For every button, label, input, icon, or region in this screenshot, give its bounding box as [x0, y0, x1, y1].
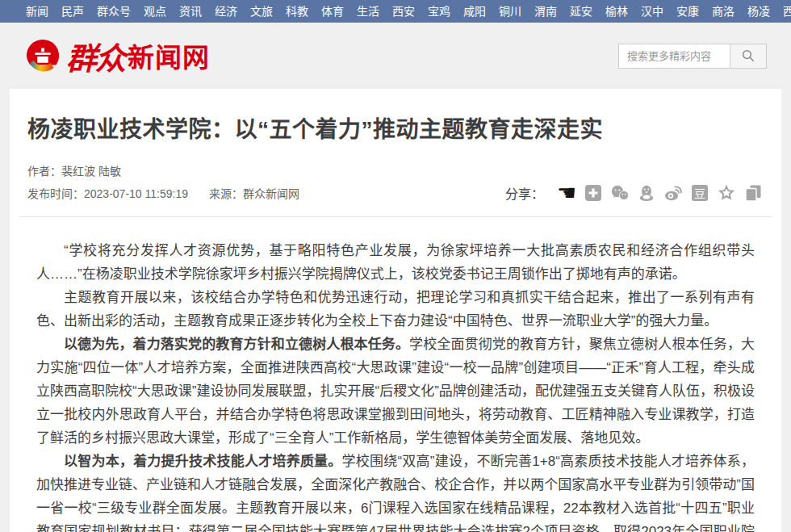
publish-line: 发布时间：2023-07-10 11:59:19来源：群众新闻网 [27, 182, 299, 205]
search-input[interactable] [618, 44, 730, 69]
search-icon [741, 48, 755, 63]
nav-item[interactable]: 宝鸡 [421, 0, 457, 23]
author-label: 作者： [27, 165, 61, 178]
article-paragraph: 以德为先，着力落实党的教育方针和立德树人根本任务。学校全面贯彻党的教育方针，聚焦… [36, 333, 755, 450]
wechat-icon[interactable] [609, 182, 630, 203]
nav-item[interactable]: 生活 [350, 0, 386, 23]
weibo-icon[interactable] [663, 182, 684, 203]
douban-icon[interactable]: 豆 [689, 182, 710, 203]
nav-item[interactable]: 安康 [670, 0, 705, 23]
author-line: 作者：裴红波 陆敏 [27, 160, 299, 182]
nav-item[interactable]: 咸阳 [457, 0, 492, 23]
article-title: 杨凌职业技术学院：以“五个着力”推动主题教育走深走实 [27, 111, 764, 144]
article-card: 杨凌职业技术学院：以“五个着力”推动主题教育走深走实 作者：裴红波 陆敏 发布时… [10, 89, 781, 532]
search-box [618, 44, 767, 69]
article-paragraph: 以智为本，着力提升技术技能人才培养质量。学校围绕“双高”建设，不断完善1+8“高… [36, 450, 755, 532]
nav-item[interactable]: 科教 [279, 0, 315, 23]
hand-click-icon[interactable]: ☚ [556, 182, 577, 203]
nav-item[interactable]: 文旅 [244, 0, 279, 23]
search-button[interactable] [730, 44, 767, 69]
article-body: “学校将充分发挥人才资源优势，基于略阳特色产业发展，为徐家坪培养一大批高素质农民… [19, 217, 772, 532]
publish-time: 2023-07-10 11:59:19 [84, 187, 188, 200]
nav-item[interactable]: 西安 [386, 0, 421, 23]
nav-item[interactable]: 铜川 [492, 0, 528, 23]
nav-item[interactable]: 民声 [55, 0, 90, 23]
nav-item[interactable]: 新闻 [19, 0, 55, 23]
author-names: 裴红波 陆敏 [61, 165, 121, 178]
nav-item[interactable]: 体育 [315, 0, 350, 23]
article-paragraph: “学校将充分发挥人才资源优势，基于略阳特色产业发展，为徐家坪培养一大批高素质农民… [36, 239, 755, 286]
qq-icon[interactable] [636, 182, 657, 203]
nav-item[interactable]: 群众号 [90, 0, 137, 23]
source-name: 群众新闻网 [243, 187, 299, 200]
site-logo[interactable]: 群众 新闻网 [24, 34, 210, 78]
site-header: 群众 新闻网 [0, 23, 791, 89]
svg-text:豆: 豆 [694, 187, 705, 200]
logo-site-name: 新闻网 [128, 36, 210, 75]
nav-item[interactable]: 观点 [137, 0, 173, 23]
share-bar: 分享： ☚ 豆 [505, 182, 764, 203]
publish-label: 发布时间： [27, 187, 84, 200]
nav-item[interactable]: 经济 [208, 0, 244, 23]
nav-item[interactable]: 汉中 [634, 0, 670, 23]
nav-item[interactable]: 资讯 [173, 0, 208, 23]
nav-item[interactable]: 西咸 [776, 0, 791, 23]
logo-script-text: 群众 [66, 34, 124, 78]
share-label: 分享： [505, 183, 544, 203]
star-favorite-icon[interactable] [716, 182, 737, 203]
article-meta: 作者：裴红波 陆敏 发布时间：2023-07-10 11:59:19来源：群众新… [27, 160, 764, 205]
qunzhong-emblem-icon [24, 37, 61, 74]
copy-link-icon[interactable] [743, 182, 764, 203]
nav-item[interactable]: 杨凌 [741, 0, 776, 23]
nav-item[interactable]: 延安 [563, 0, 599, 23]
nav-item[interactable]: 渭南 [528, 0, 563, 23]
article-paragraph: 主题教育开展以来，该校结合办学特色和优势迅速行动，把理论学习和真抓实干结合起来，… [36, 286, 755, 333]
share-more-icon[interactable] [583, 182, 604, 203]
source-label: 来源： [209, 187, 243, 200]
top-nav: 新闻 民声 群众号 观点 资讯 经济 文旅 科教 体育 生活 西安 宝鸡 咸阳 … [0, 0, 791, 23]
nav-item[interactable]: 商洛 [705, 0, 741, 23]
nav-item[interactable]: 榆林 [599, 0, 634, 23]
